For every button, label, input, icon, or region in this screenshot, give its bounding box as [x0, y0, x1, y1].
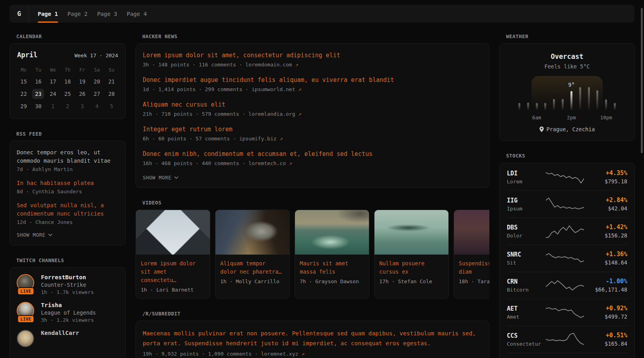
videos-section-label: VIDEOS	[142, 200, 489, 206]
stock-ticker: LDI	[507, 170, 546, 177]
calendar-day-next-month: 5	[104, 101, 119, 111]
video-thumbnail	[136, 210, 210, 255]
hn-item-title[interactable]: Aliquam nec cursus elit	[143, 101, 482, 109]
hn-show-more-button[interactable]: SHOW MORE	[143, 175, 178, 181]
external-link-icon: ↗	[279, 136, 283, 142]
video-card[interactable]: Suspendisse diam 18h · Tara	[454, 210, 489, 299]
calendar-section: CALENDAR April Week 17 · 2024 Mo Tu We T…	[10, 33, 126, 119]
external-link-icon: ↗	[295, 62, 299, 68]
rss-item: Sed volutpat nulla nisl, a condimentum n…	[17, 201, 118, 225]
video-title[interactable]: Suspendisse diam	[459, 259, 489, 276]
stock-name: Amet	[507, 314, 546, 320]
tab-page-3[interactable]: Page 3	[92, 5, 122, 23]
hn-item-title[interactable]: Lorem ipsum dolor sit amet, consectetur …	[143, 51, 482, 59]
stock-name: Bitcorn	[507, 287, 546, 293]
stock-name: Ipsum	[507, 206, 546, 212]
weather-feels-like: Feels like 5°C	[508, 63, 627, 70]
subreddit-post-meta: 19h · 9,932 points · 1,090 comments · lo…	[143, 351, 482, 357]
weather-bar	[605, 99, 607, 110]
twitch-avatar-wrap: LIVE	[17, 302, 35, 322]
weather-bar	[544, 103, 546, 110]
stock-sparkline	[546, 305, 584, 320]
video-card[interactable]: Nullam posuere cursus ex 17h · Stefan Co…	[374, 210, 449, 299]
hn-item-meta: 3h · 148 points · 116 comments · loremdo…	[143, 62, 482, 68]
hn-item: Lorem ipsum dolor sit amet, consectetur …	[143, 51, 482, 68]
video-thumbnail	[374, 210, 448, 255]
stock-identity: AET Amet	[507, 305, 546, 320]
stock-ticker: AET	[507, 305, 546, 312]
calendar-day: 19	[75, 76, 89, 87]
twitch-channel-info: KendallCarr	[41, 330, 79, 350]
rss-item-meta: 8d · Cynthia Saunders	[17, 189, 118, 195]
twitch-widget: LIVE ForrestBurton Counter-Strike 1h · 1…	[10, 267, 126, 358]
subreddit-widget: Maecenas mollis pulvinar erat non posuer…	[136, 321, 489, 358]
hn-item-title[interactable]: Integer eget rutrum lorem	[143, 125, 482, 133]
video-thumbnail	[295, 210, 369, 255]
video-body: Suspendisse diam 18h · Tara	[454, 255, 489, 290]
stock-row: AHS +0.46%	[507, 353, 627, 358]
external-link-icon: ↗	[301, 351, 305, 357]
stock-row: DBS Dolor +1.42% $156.28	[507, 218, 627, 245]
rss-item-meta: 12d · Chance Jones	[17, 219, 118, 225]
twitch-channel-row[interactable]: LIVE Trisha League of Legends 3h · 1.2k …	[17, 302, 118, 323]
subreddit-section: /R/SUBREDDIT Maecenas mollis pulvinar er…	[136, 311, 489, 358]
twitch-channel-row[interactable]: KendallCarr	[17, 330, 118, 350]
calendar-day-next-month: 4	[89, 101, 104, 111]
hn-item-title[interactable]: Donec enim nibh, condimentum et accumsan…	[143, 150, 482, 158]
calendar-widget: April Week 17 · 2024 Mo Tu We Th Fr Sa S…	[10, 43, 126, 119]
tab-page-1[interactable]: Page 1	[33, 5, 63, 23]
stock-name: Dolor	[507, 233, 546, 239]
twitch-channel-row[interactable]: LIVE ForrestBurton Counter-Strike 1h · 1…	[17, 274, 118, 295]
videos-section: VIDEOS Lorem ipsum dolor sit amet consec…	[136, 200, 489, 299]
video-title[interactable]: Lorem ipsum dolor sit amet consectetu…	[141, 259, 205, 284]
video-title[interactable]: Aliquam tempor dolor nec pharetra…	[220, 259, 285, 276]
video-body: Aliquam tempor dolor nec pharetra… 1h · …	[215, 255, 289, 290]
stock-sparkline	[546, 278, 584, 293]
stock-row: CRN Bitcorn -1.00% $66,171.48	[507, 272, 627, 299]
weather-time-label: 2pm	[567, 115, 576, 121]
twitch-channel-meta: 3h · 1.2k viewers	[41, 317, 96, 323]
calendar-day: 16	[31, 76, 46, 87]
weather-bar	[536, 103, 538, 110]
show-more-label: SHOW MORE	[143, 175, 171, 181]
calendar-day: 27	[89, 89, 104, 99]
left-column: CALENDAR April Week 17 · 2024 Mo Tu We T…	[10, 33, 126, 358]
video-card[interactable]: Mauris sit amet massa felis 7h · Grayson…	[295, 210, 369, 299]
calendar-header: April Week 17 · 2024	[16, 51, 119, 59]
stock-ticker: CRN	[507, 278, 546, 285]
top-navbar: G Page 1 Page 2 Page 3 Page 4	[10, 5, 634, 23]
scrollbar-thumb[interactable]	[641, 8, 643, 153]
rss-show-more-button[interactable]: SHOW MORE	[17, 232, 52, 238]
location-pin-icon	[539, 126, 544, 132]
rss-item-meta: 7d · Ashlyn Martin	[17, 166, 118, 172]
hn-item-title[interactable]: Donec imperdiet augue tincidunt felis al…	[143, 76, 482, 84]
video-card[interactable]: Lorem ipsum dolor sit amet consectetu… 1…	[136, 210, 210, 299]
twitch-channel-game: League of Legends	[41, 309, 96, 316]
rss-item-title[interactable]: In hac habitasse platea	[17, 179, 118, 187]
video-title[interactable]: Mauris sit amet massa felis	[300, 259, 364, 276]
rss-item-title[interactable]: Donec tempor eros leo, ut commodo mauris…	[17, 148, 118, 165]
stock-name: Sit	[507, 260, 546, 266]
tab-page-2[interactable]: Page 2	[63, 5, 93, 23]
subreddit-post-title[interactable]: Maecenas mollis pulvinar erat non posuer…	[143, 329, 482, 348]
stock-identity: CRN Bitcorn	[507, 278, 546, 293]
stocks-section: STOCKS LDI Lorem +4.35% $795.18 IIG	[499, 153, 635, 358]
rss-section: RSS FEED Donec tempor eros leo, ut commo…	[10, 131, 126, 245]
video-meta: 7h · Grayson Dawson	[300, 278, 364, 284]
video-card[interactable]: Aliquam tempor dolor nec pharetra… 1h · …	[215, 210, 290, 299]
dashboard-columns: CALENDAR April Week 17 · 2024 Mo Tu We T…	[10, 33, 634, 358]
calendar-day-next-month: 1	[46, 101, 60, 111]
hn-item: Donec enim nibh, condimentum et accumsan…	[143, 150, 482, 166]
hn-meta-text: 1d · 1,414 points · 299 comments · ipsum…	[143, 86, 295, 92]
video-title[interactable]: Nullam posuere cursus ex	[379, 259, 444, 276]
right-column: WEATHER Overcast Feels like 5°C 9°6am2pm…	[499, 33, 635, 358]
weekday-label: Tu	[31, 66, 46, 74]
rss-section-label: RSS FEED	[16, 131, 126, 137]
app-logo[interactable]: G	[10, 5, 29, 23]
tab-page-4[interactable]: Page 4	[122, 5, 152, 23]
rss-item-title[interactable]: Sed volutpat nulla nisl, a condimentum n…	[17, 201, 118, 218]
weather-hourly-chart: 9°6am2pm10pm	[515, 76, 619, 121]
twitch-channel-info: ForrestBurton Counter-Strike 1h · 1.7k v…	[41, 274, 94, 295]
stock-row: IIG Ipsum +2.84% $42.04	[507, 191, 627, 218]
stock-price: $499.72	[584, 313, 627, 320]
